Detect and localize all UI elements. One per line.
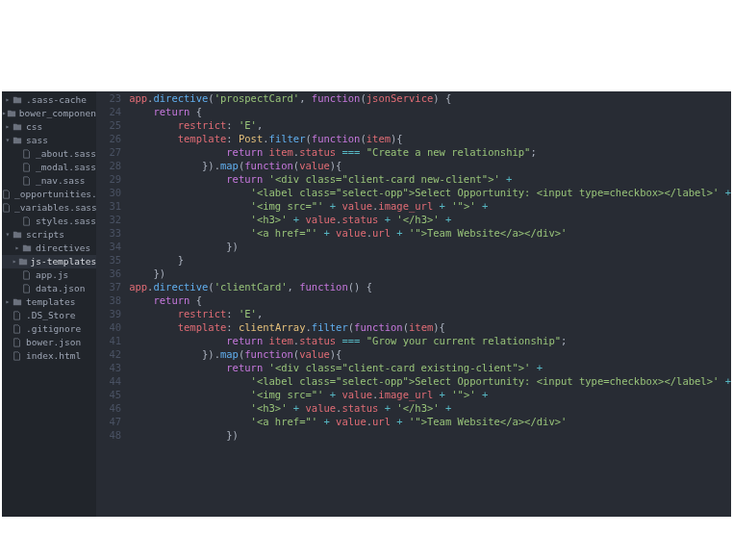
- code-line[interactable]: '<h3>' + value.status + '</h3>' +: [129, 213, 731, 226]
- token-kw: return: [153, 294, 190, 306]
- folder-item--sass-cache[interactable]: ▸.sass-cache: [2, 93, 96, 107]
- code-line[interactable]: }): [129, 240, 731, 253]
- code-line[interactable]: return item.status === "Grow your curren…: [129, 334, 731, 347]
- token-kw: function: [244, 348, 293, 360]
- line-number: 30: [96, 186, 121, 199]
- token-punc: [129, 416, 250, 427]
- code-line[interactable]: return {: [129, 105, 731, 118]
- token-obj: status: [299, 335, 336, 346]
- code-line[interactable]: app.directive('clientCard', function() {: [129, 280, 731, 293]
- file-icon: [2, 203, 12, 213]
- tree-item-label: templates: [26, 295, 75, 309]
- token-punc: :: [226, 308, 239, 319]
- token-fn: directive: [153, 281, 208, 293]
- folder-icon: [12, 122, 23, 132]
- chevron-right-icon[interactable]: ▸: [4, 295, 12, 309]
- token-str: '<img src="': [251, 200, 324, 212]
- folder-icon: [21, 243, 33, 253]
- folder-icon: [18, 257, 28, 267]
- code-line[interactable]: }).map(function(value){: [129, 159, 731, 172]
- line-number: 46: [96, 401, 121, 415]
- code-line[interactable]: app.directive('prospectCard', function(j…: [129, 91, 731, 105]
- token-str: 'prospectCard': [215, 92, 300, 104]
- token-punc: }): [129, 267, 165, 279]
- file-item--nav-sass[interactable]: _nav.sass: [2, 174, 96, 188]
- tree-item-label: _about.sass: [36, 147, 96, 161]
- folder-item-directives[interactable]: ▸directives: [2, 242, 96, 255]
- token-obj: image_url: [378, 389, 433, 400]
- file-icon: [21, 216, 33, 226]
- chevron-down-icon[interactable]: ▾: [4, 228, 12, 242]
- folder-item-css[interactable]: ▸css: [2, 120, 96, 134]
- file-icon: [12, 324, 23, 334]
- file-item--opportunities-sass[interactable]: _opportunities.sass: [2, 188, 96, 201]
- code-line[interactable]: '<img src="' + value.image_url + '">' +: [129, 388, 731, 401]
- file-tree-sidebar[interactable]: ▸.sass-cache▸bower_components▸css▾sass_a…: [2, 91, 96, 517]
- file-item--variables-sass[interactable]: _variables.sass: [2, 201, 96, 215]
- token-punc: [129, 321, 178, 333]
- tree-item-label: _variables.sass: [14, 201, 96, 215]
- folder-item-sass[interactable]: ▾sass: [2, 134, 96, 147]
- code-line[interactable]: }: [129, 253, 731, 267]
- line-number: 27: [96, 145, 121, 159]
- file-item-data-json[interactable]: data.json: [2, 282, 96, 295]
- token-kw: return: [226, 146, 263, 158]
- token-kw: function: [244, 160, 293, 171]
- code-line[interactable]: }): [129, 267, 731, 280]
- token-kw: function: [299, 281, 348, 293]
- code-line[interactable]: template: Post.filter(function(item){: [129, 132, 731, 145]
- folder-item-scripts[interactable]: ▾scripts: [2, 228, 96, 242]
- code-line[interactable]: return '<div class="client-card new-clie…: [129, 172, 731, 186]
- token-str: 'E': [239, 308, 257, 319]
- editor-pane[interactable]: 2324252627282930313233343536373839404142…: [96, 91, 731, 517]
- code-line[interactable]: restrict: 'E',: [129, 307, 731, 320]
- token-op: ===: [341, 335, 360, 346]
- line-number: 42: [96, 347, 121, 361]
- file-item-bower-json[interactable]: bower.json: [2, 336, 96, 349]
- code-line[interactable]: '<a href="' + value.url + '">Team Websit…: [129, 226, 731, 240]
- code-line[interactable]: return {: [129, 293, 731, 307]
- code-line[interactable]: }): [129, 428, 731, 442]
- tree-item-label: _opportunities.sass: [14, 188, 96, 201]
- code-line[interactable]: template: clientArray.filter(function(it…: [129, 320, 731, 334]
- folder-item-js-templates[interactable]: ▸js-templates: [2, 255, 96, 268]
- token-str: '">Team Website</a></div>': [409, 416, 567, 427]
- code-line[interactable]: '<label class="select-opp">Select Opport…: [129, 374, 731, 388]
- token-op: +: [445, 214, 451, 225]
- chevron-right-icon[interactable]: ▸: [12, 255, 18, 268]
- file-item-index-html[interactable]: index.html: [2, 349, 96, 363]
- file-item-styles-sass[interactable]: styles.sass: [2, 215, 96, 228]
- code-line[interactable]: '<img src="' + value.image_url + '">' +: [129, 199, 731, 213]
- code-line[interactable]: return item.status === "Create a new rel…: [129, 145, 731, 159]
- chevron-down-icon[interactable]: ▾: [4, 134, 12, 147]
- file-item--ds-store[interactable]: .DS_Store: [2, 309, 96, 322]
- file-item--gitignore[interactable]: .gitignore: [2, 322, 96, 336]
- line-number: 33: [96, 226, 121, 240]
- token-kw: return: [226, 335, 263, 346]
- folder-icon: [12, 95, 23, 105]
- file-item--about-sass[interactable]: _about.sass: [2, 147, 96, 161]
- line-number: 31: [96, 199, 121, 213]
- token-punc: [129, 362, 226, 373]
- file-item-app-js[interactable]: app.js: [2, 268, 96, 282]
- token-punc: {: [190, 106, 202, 117]
- token-punc: [129, 335, 226, 346]
- folder-item-templates[interactable]: ▸templates: [2, 295, 96, 309]
- code-content[interactable]: app.directive('prospectCard', function(j…: [129, 91, 731, 517]
- code-line[interactable]: '<h3>' + value.status + '</h3>' +: [129, 401, 731, 415]
- chevron-right-icon[interactable]: ▸: [13, 242, 21, 255]
- tree-item-label: .gitignore: [26, 322, 81, 336]
- code-line[interactable]: '<a href="' + value.url + '">Team Websit…: [129, 415, 731, 428]
- code-line[interactable]: }).map(function(value){: [129, 347, 731, 361]
- code-line[interactable]: restrict: 'E',: [129, 118, 731, 132]
- file-item--modal-sass[interactable]: _modal.sass: [2, 161, 96, 174]
- chevron-right-icon[interactable]: ▸: [4, 93, 12, 107]
- token-obj: value: [299, 160, 330, 171]
- chevron-right-icon[interactable]: ▸: [4, 120, 12, 134]
- code-line[interactable]: '<label class="select-opp">Select Opport…: [129, 186, 731, 199]
- code-line[interactable]: return '<div class="client-card existing…: [129, 361, 731, 374]
- tree-item-label: sass: [26, 134, 48, 147]
- token-str: '<img src="': [251, 389, 324, 400]
- token-punc: }): [129, 429, 239, 441]
- folder-item-bower-components[interactable]: ▸bower_components: [2, 107, 96, 120]
